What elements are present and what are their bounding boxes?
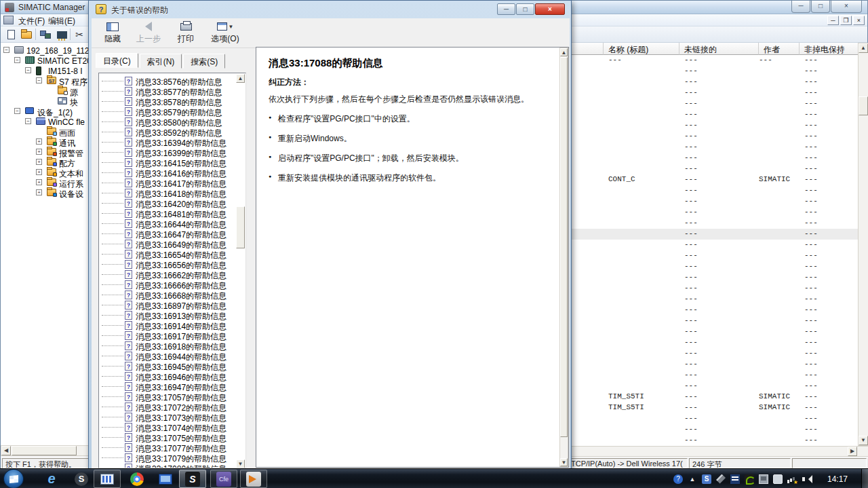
help-topic-item[interactable]: ?消息33:8576的帮助信息 <box>99 76 246 86</box>
menu-edit[interactable]: 编辑(E) <box>44 16 79 26</box>
table-row[interactable]: ------ <box>570 131 858 142</box>
collapse-icon[interactable]: − <box>14 57 20 63</box>
minimize-button[interactable]: ─ <box>791 1 810 13</box>
help-topic-item[interactable]: ?消息33:16415的帮助信息 <box>99 157 246 168</box>
cut-button[interactable]: ✂ <box>72 27 87 42</box>
column-header-retain[interactable]: 非掉电保持 <box>800 43 858 55</box>
table-row[interactable]: ------ <box>570 261 858 272</box>
help-topic-item[interactable]: ?消息33:16644的帮助信息 <box>99 219 246 229</box>
collapse-icon[interactable]: − <box>14 108 20 114</box>
table-row[interactable]: ------ <box>570 305 858 316</box>
tab-other[interactable]: 搜索(S) <box>183 54 225 69</box>
sogou-input-icon[interactable]: S <box>702 474 711 484</box>
table-row[interactable]: ------ <box>570 337 858 348</box>
help-topic-item[interactable]: ?消息33:17075的帮助信息 <box>99 432 246 443</box>
tree-item-module[interactable]: −IM151-8 I <box>1 66 94 76</box>
table-row[interactable]: ------ <box>570 164 858 174</box>
help-topic-item[interactable]: ?消息33:16647的帮助信息 <box>99 229 246 239</box>
help-topic-item[interactable]: ?消息33:16416的帮助信息 <box>99 168 246 178</box>
scroll-right-button[interactable]: ▶ <box>848 447 857 456</box>
scroll-thumb[interactable] <box>12 446 77 455</box>
scroll-down-button[interactable]: ▼ <box>560 458 568 466</box>
help-topic-item[interactable]: ?消息33:17072的帮助信息 <box>99 402 246 412</box>
back-button[interactable]: 上一步 <box>131 20 166 47</box>
help-topic-item[interactable]: ?消息33:16913的帮助信息 <box>99 310 246 320</box>
tree-item-sources[interactable]: 源 <box>1 86 94 96</box>
license-manager-icon[interactable] <box>730 474 740 484</box>
accessible-nodes-button[interactable] <box>38 27 53 42</box>
table-row[interactable]: ------ <box>570 207 858 218</box>
tree-item-s7program[interactable]: −S7S7 程序 <box>1 76 94 86</box>
table-row[interactable]: ------ <box>570 326 858 337</box>
help-topic-item[interactable]: ?消息33:17080的帮助信息 <box>99 463 246 468</box>
collapse-icon[interactable]: − <box>25 118 31 124</box>
expand-icon[interactable]: ▲ <box>688 474 697 484</box>
mdi-system-icon[interactable] <box>3 16 14 24</box>
help-close-button[interactable]: × <box>535 3 565 15</box>
table-row[interactable]: ------ <box>570 435 858 446</box>
table-row[interactable]: ------ <box>570 424 858 435</box>
table-row[interactable]: ------ <box>570 229 858 240</box>
expand-icon[interactable]: + <box>36 159 42 165</box>
tab-contents[interactable]: 目录(C) <box>96 53 138 68</box>
table-row[interactable]: CONT_C---SIMATIC--- <box>570 174 858 185</box>
table-horizontal-scrollbar[interactable]: ▶ <box>569 446 868 457</box>
tab-other[interactable]: 索引(N) <box>140 54 182 69</box>
help-topic-item[interactable]: ?消息33:16944的帮助信息 <box>99 351 246 361</box>
tree-item-screens[interactable]: 画面 <box>1 127 94 137</box>
tree-item-alarm[interactable]: +报警管 <box>1 147 94 157</box>
expand-icon[interactable]: + <box>36 179 42 185</box>
table-vertical-scrollbar[interactable]: ▲ ▼ <box>858 43 868 446</box>
table-row[interactable]: ------ <box>570 240 858 250</box>
help-topic-item[interactable]: ?消息33:8577的帮助信息 <box>99 86 246 96</box>
taskbar-app-s-browser[interactable]: S <box>68 470 95 488</box>
expand-icon[interactable]: + <box>36 189 42 195</box>
help-topic-item[interactable]: ?消息33:16666的帮助信息 <box>99 280 246 290</box>
new-button[interactable] <box>3 27 18 42</box>
tree-item-recipe[interactable]: +配方 <box>1 157 94 168</box>
table-row[interactable]: ------ <box>570 153 858 164</box>
tree-item-devsettings[interactable]: +设备设 <box>1 188 94 198</box>
help-topic-item[interactable]: ?消息33:16668的帮助信息 <box>99 290 246 300</box>
table-row[interactable]: ------ <box>570 316 858 326</box>
taskbar-app-graphics-app[interactable] <box>240 470 267 488</box>
help-topic-item[interactable]: ?消息33:16418的帮助信息 <box>99 188 246 198</box>
help-topic-item[interactable]: ?消息33:17079的帮助信息 <box>99 453 246 463</box>
close-button[interactable]: × <box>831 1 862 13</box>
help-topic-item[interactable]: ?消息33:8580的帮助信息 <box>99 117 246 127</box>
table-row[interactable]: ------------ <box>570 55 858 66</box>
taskbar-app-chrome[interactable] <box>123 470 151 488</box>
help-titlebar[interactable]: ? 关于错误的帮助 ─ □ × <box>91 2 569 18</box>
help-topic-item[interactable]: ?消息33:16420的帮助信息 <box>99 198 246 208</box>
column-header-author[interactable]: 作者 <box>759 43 800 55</box>
table-row[interactable]: ------ <box>570 185 858 196</box>
display-icon[interactable] <box>759 474 768 484</box>
help-topic-item[interactable]: ?消息33:16947的帮助信息 <box>99 381 246 392</box>
tree-item-multiproject[interactable]: −192_168_19_112_ <box>1 45 94 56</box>
table-row[interactable]: ------ <box>570 348 858 359</box>
options-button[interactable]: ▼ 选项(O) <box>205 20 245 47</box>
battery-icon[interactable] <box>773 474 783 484</box>
scroll-down-button[interactable]: ▼ <box>859 436 868 445</box>
help-topic-item[interactable]: ?消息33:16656的帮助信息 <box>99 259 246 269</box>
start-button[interactable] <box>3 469 24 488</box>
tree-horizontal-scrollbar[interactable]: ◀ <box>1 445 94 456</box>
help-topic-item[interactable]: ?消息33:16481的帮助信息 <box>99 208 246 219</box>
column-header-name[interactable]: 名称 (标题) <box>604 43 679 55</box>
mdi-close-button[interactable]: × <box>853 16 865 25</box>
help-topic-item[interactable]: ?消息33:16662的帮助信息 <box>99 269 246 280</box>
table-row[interactable]: ------ <box>570 66 858 77</box>
maximize-button[interactable]: □ <box>811 1 830 13</box>
help-topic-item[interactable]: ?消息33:17073的帮助信息 <box>99 412 246 422</box>
tree-item-device[interactable]: −设备_1(2) <box>1 107 94 117</box>
table-row[interactable]: ------ <box>570 272 858 283</box>
help-topic-item[interactable]: ?消息33:16394的帮助信息 <box>99 137 246 147</box>
collapse-icon[interactable]: − <box>36 77 42 83</box>
scroll-up-button[interactable]: ▲ <box>560 48 568 56</box>
table-row[interactable]: ------ <box>570 370 858 381</box>
collapse-icon[interactable]: − <box>3 47 9 53</box>
help-topic-item[interactable]: ?消息33:16649的帮助信息 <box>99 239 246 249</box>
table-row[interactable]: ------ <box>570 120 858 131</box>
taskbar-app-ie[interactable]: e <box>38 470 65 488</box>
taskbar-clock[interactable]: 14:17 <box>827 474 848 484</box>
